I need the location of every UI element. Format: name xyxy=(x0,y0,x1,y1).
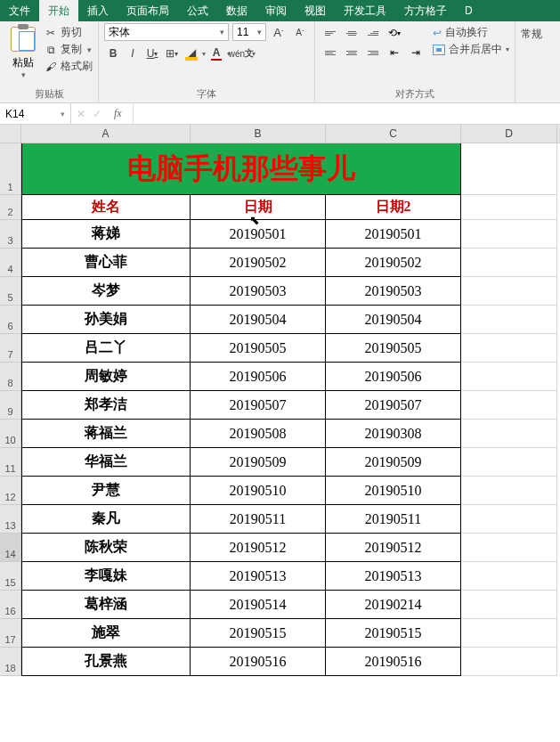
align-top-button[interactable] xyxy=(321,25,340,41)
cell-date2[interactable]: 20190308 xyxy=(326,420,461,448)
cell-date2[interactable]: 20190511 xyxy=(326,505,461,534)
cell-date1[interactable]: 20190514 xyxy=(191,591,326,619)
formula-input[interactable] xyxy=(134,103,560,124)
shrink-font-button[interactable]: Aˇ xyxy=(291,23,309,41)
cell-name[interactable]: 葛梓涵 xyxy=(21,591,191,619)
row-header[interactable]: 13 xyxy=(0,505,21,534)
title-cell[interactable]: 电脑手机那些事儿 xyxy=(21,143,461,195)
cell-date1[interactable]: 20190509 xyxy=(191,448,326,477)
merge-center-button[interactable]: 合并后居中 ▾ xyxy=(433,42,509,57)
cell-date1[interactable]: 20190515 xyxy=(191,619,326,648)
row-header[interactable]: 14 xyxy=(0,534,21,562)
cell-date2[interactable]: 20190512 xyxy=(326,534,461,562)
enter-check-icon[interactable]: ✓ xyxy=(93,108,101,120)
row-header[interactable]: 11 xyxy=(0,448,21,477)
orientation-button[interactable]: ⟲▾ xyxy=(385,25,404,41)
row-header[interactable]: 7 xyxy=(0,334,21,363)
cell-date2[interactable]: 20190501 xyxy=(326,220,461,249)
menu-insert[interactable]: 插入 xyxy=(78,0,118,21)
row-header[interactable]: 12 xyxy=(0,477,21,505)
cell-date2[interactable]: 20190503 xyxy=(326,277,461,306)
cell-date2[interactable]: 20190502 xyxy=(326,249,461,277)
cell-name[interactable]: 蒋福兰 xyxy=(21,420,191,448)
align-left-button[interactable] xyxy=(321,45,340,61)
row-header[interactable]: 1 xyxy=(0,143,21,195)
italic-button[interactable]: I xyxy=(124,45,142,62)
menu-d[interactable]: D xyxy=(456,0,482,21)
row-header[interactable]: 9 xyxy=(0,391,21,420)
underline-button[interactable]: U▾ xyxy=(143,45,161,62)
cell-date1[interactable]: 20190501 xyxy=(191,220,326,249)
col-header-c[interactable]: C xyxy=(326,125,461,143)
bold-button[interactable]: B xyxy=(104,45,122,62)
cell-date2[interactable]: 20190515 xyxy=(326,619,461,648)
align-middle-button[interactable] xyxy=(342,25,361,41)
cancel-x-icon[interactable]: ✕ xyxy=(77,108,85,120)
cell-date1[interactable]: 20190503 xyxy=(191,277,326,306)
align-right-button[interactable] xyxy=(363,45,383,61)
col-header-b[interactable]: B xyxy=(191,125,326,143)
indent-dec-button[interactable]: ⇤ xyxy=(385,45,404,61)
header-date2[interactable]: 日期2 xyxy=(326,195,461,220)
number-format-combo[interactable]: 常规 xyxy=(521,23,542,42)
cell-name[interactable]: 尹慧 xyxy=(21,477,191,505)
cell-name[interactable]: 陈秋荣 xyxy=(21,534,191,562)
cell-name[interactable]: 孔景燕 xyxy=(21,648,191,676)
col-header-a[interactable]: A xyxy=(21,125,191,143)
cell-name[interactable]: 李嘎妹 xyxy=(21,562,191,591)
border-button[interactable]: ⊞▾ xyxy=(163,45,181,62)
row-header[interactable]: 18 xyxy=(0,648,21,676)
cell-name[interactable]: 曹心菲 xyxy=(21,249,191,277)
cell-date1[interactable]: 20190510 xyxy=(191,477,326,505)
cell-date1[interactable]: 20190507 xyxy=(191,391,326,420)
cell-date2[interactable]: 20190214 xyxy=(326,591,461,619)
row-header[interactable]: 2 xyxy=(0,195,21,220)
row-header[interactable]: 10 xyxy=(0,420,21,448)
cell-date2[interactable]: 20190504 xyxy=(326,306,461,334)
paste-button[interactable]: 粘贴 ▾ xyxy=(5,23,41,79)
grid-cells[interactable]: 电脑手机那些事儿 姓名 日期 日期2 蒋娣2019050120190501曹心菲… xyxy=(21,143,557,676)
menu-square[interactable]: 方方格子 xyxy=(395,0,456,21)
cell-name[interactable]: 吕二丫 xyxy=(21,334,191,363)
cell-name[interactable]: 秦凡 xyxy=(21,505,191,534)
cell-date2[interactable]: 20190505 xyxy=(326,334,461,363)
fx-icon[interactable]: fx xyxy=(109,107,127,120)
header-name[interactable]: 姓名 xyxy=(21,195,191,220)
copy-button[interactable]: ⧉ 复制▾ xyxy=(45,42,93,57)
cell-date2[interactable]: 20190509 xyxy=(326,448,461,477)
row-header[interactable]: 3 xyxy=(0,220,21,249)
row-header[interactable]: 5 xyxy=(0,277,21,306)
cell-date2[interactable]: 20190513 xyxy=(326,562,461,591)
menu-formula[interactable]: 公式 xyxy=(178,0,217,21)
cell-date2[interactable]: 20190516 xyxy=(326,648,461,676)
cell-name[interactable]: 郑孝洁 xyxy=(21,391,191,420)
menu-review[interactable]: 审阅 xyxy=(256,0,296,21)
format-painter-button[interactable]: 🖌 格式刷 xyxy=(45,59,93,74)
cell-date1[interactable]: 20190505 xyxy=(191,334,326,363)
cell-name[interactable]: 施翠 xyxy=(21,619,191,648)
row-header[interactable]: 6 xyxy=(0,306,21,334)
menu-layout[interactable]: 页面布局 xyxy=(118,0,178,21)
cell-date1[interactable]: 20190506 xyxy=(191,363,326,391)
align-bottom-button[interactable] xyxy=(363,25,383,41)
cell-name[interactable]: 孙美娟 xyxy=(21,306,191,334)
cell-name[interactable]: 岑梦 xyxy=(21,277,191,306)
cell-date1[interactable]: 20190504 xyxy=(191,306,326,334)
grow-font-button[interactable]: Aˆ xyxy=(270,23,288,41)
indent-inc-button[interactable]: ⇥ xyxy=(406,45,426,61)
row-header[interactable]: 4 xyxy=(0,249,21,277)
phonetic-button[interactable]: wén文 xyxy=(232,45,250,62)
cell-date1[interactable]: 20190502 xyxy=(191,249,326,277)
row-header[interactable]: 8 xyxy=(0,363,21,391)
menu-home[interactable]: 开始 xyxy=(39,0,78,21)
header-date1[interactable]: 日期 xyxy=(191,195,326,220)
cell-date1[interactable]: 20190513 xyxy=(191,562,326,591)
align-center-button[interactable] xyxy=(342,45,361,61)
cut-button[interactable]: ✂ 剪切 xyxy=(45,25,93,40)
font-name-combo[interactable]: 宋体 ▾ xyxy=(104,23,229,41)
col-header-d[interactable]: D xyxy=(461,125,557,143)
select-all-corner[interactable] xyxy=(0,125,21,143)
wrap-text-button[interactable]: ↩ 自动换行 xyxy=(433,25,509,40)
menu-dev[interactable]: 开发工具 xyxy=(335,0,395,21)
cell-name[interactable]: 周敏婷 xyxy=(21,363,191,391)
